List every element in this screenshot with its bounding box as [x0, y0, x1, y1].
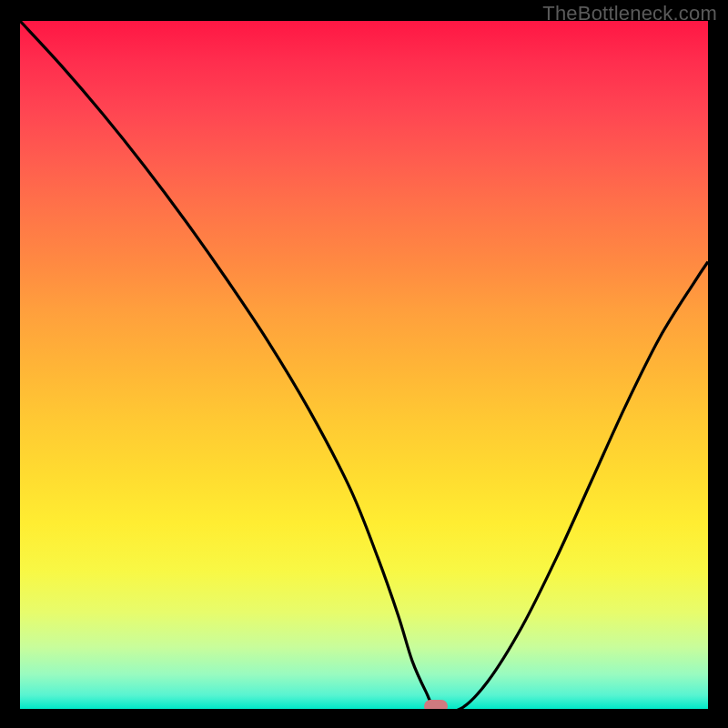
optimal-point-marker	[424, 700, 448, 709]
chart-frame: TheBottleneck.com	[0, 0, 728, 728]
plot-area	[20, 21, 708, 709]
bottleneck-curve	[20, 21, 708, 709]
watermark-text: TheBottleneck.com	[542, 2, 717, 25]
